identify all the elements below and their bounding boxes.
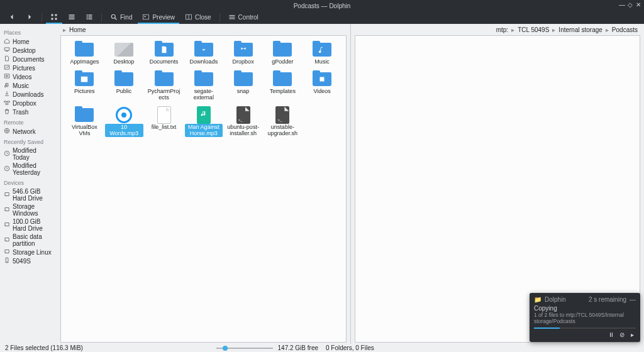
svg-rect-10 [89,16,92,18]
sidebar-item-home[interactable]: Home [4,37,53,46]
file-item[interactable]: >_ unstable-upgrader.sh [263,105,303,140]
file-item[interactable]: AppImages [65,40,104,68]
close-split-button[interactable]: Close [180,11,216,24]
left-file-view[interactable]: AppImages Desktop Documents Downloads Dr… [60,35,347,343]
sidebar-item-100-0-gib-hard-drive[interactable]: 100.0 GiB Hard Drive [4,217,53,233]
app-icon: 📁 [534,296,541,303]
sidebar-item-downloads[interactable]: Downloads [4,90,53,99]
sidebar-item-desktop[interactable]: Desktop [4,46,53,55]
collapse-icon[interactable]: — [630,296,636,303]
window-maximize-icon[interactable]: ◇ [627,1,633,8]
notif-title: Copying [534,305,636,312]
file-item[interactable]: Desktop [104,40,144,68]
trash-icon [4,108,10,116]
control-menu-button[interactable]: Control [224,11,263,24]
file-item[interactable]: gPodder [263,40,303,68]
sidebar-item-network[interactable]: Network [4,127,53,136]
file-item[interactable]: segate-external [184,69,224,104]
svg-rect-17 [229,15,235,16]
sidebar-item-basic-data-partition[interactable]: Basic data partition [4,233,53,248]
breadcrumb-segment[interactable]: Internal storage [558,26,602,33]
sidebar-item-label: Trash [13,109,28,116]
sidebar-item-label: Network [13,128,36,135]
file-item[interactable]: Music [303,40,342,68]
sidebar-item-storage-linux[interactable]: Storage Linux [4,248,53,256]
sidebar-item-dropbox[interactable]: Dropbox [4,99,53,107]
zoom-slider[interactable] [216,348,273,349]
folder-icon [194,71,214,87]
file-label: Music [313,58,331,66]
sidebar-item-trash[interactable]: Trash [4,107,53,116]
back-button[interactable] [4,11,20,24]
pause-icon[interactable]: ⏸ [608,331,614,338]
breadcrumb-segment[interactable]: Home [69,26,86,33]
sidebar-item-storage-windows[interactable]: Storage Windows [4,202,53,217]
file-item[interactable]: Man Against Horse.mp3 [184,105,224,140]
drive-icon [4,206,10,214]
file-item[interactable]: Templates [263,69,303,104]
breadcrumb-segment[interactable]: TCL 5049S [518,26,549,33]
breadcrumb-segment[interactable]: Podcasts [612,26,638,33]
folder-icon [74,41,94,58]
sidebar-item-label: Videos [13,74,31,80]
file-item[interactable]: 10 Words.mp3 [104,105,144,140]
folder-icon [272,41,292,58]
view-compact-button[interactable] [64,11,80,24]
sidebar-item-label: Modified Yesterday [13,162,53,176]
window-minimize-icon[interactable]: — [619,1,625,8]
chevron-right-icon: ▸ [63,26,66,33]
sidebar-item-modified-today[interactable]: Modified Today [4,146,53,162]
preview-button[interactable]: Preview [138,11,179,24]
view-details-button[interactable] [81,11,97,24]
clock-icon [4,150,10,158]
sidebar-item-videos[interactable]: Videos [4,72,53,81]
file-item[interactable]: Pictures [65,69,104,104]
sidebar-item-label: 546.6 GiB Hard Drive [13,188,53,202]
remote-header: Remote [4,119,53,126]
recent-header: Recently Saved [4,139,53,145]
folder-music-icon [312,41,332,58]
svg-rect-19 [229,18,235,19]
file-item[interactable]: Downloads [184,40,224,68]
file-item[interactable]: Public [104,69,144,104]
breadcrumb-segment[interactable]: mtp: [496,26,508,33]
left-breadcrumb[interactable]: ▸ Home [57,24,350,35]
sidebar-item-modified-yesterday[interactable]: Modified Yesterday [4,162,53,177]
file-item[interactable]: >_ ubuntu-post-installer.sh [223,105,263,140]
file-item[interactable]: Documents [144,40,184,68]
right-breadcrumb[interactable]: mtp:▸TCL 5049S▸Internal storage▸Podcasts [351,24,645,35]
svg-rect-0 [52,14,53,16]
file-item[interactable]: file_list.txt [144,105,184,140]
sidebar-item-pictures[interactable]: Pictures [4,63,53,72]
sidebar-item-label: Downloads [13,91,43,98]
audio-app-icon [114,107,134,123]
drive-icon [4,236,10,244]
file-item[interactable]: PycharmProjects [144,69,184,104]
control-label: Control [238,14,258,21]
svg-rect-18 [229,17,235,18]
window-close-icon[interactable]: ✕ [635,1,641,8]
audio-icon [194,107,214,123]
chevron-right-icon: ▸ [606,26,609,33]
view-icons-button[interactable] [46,11,62,24]
sidebar-item-label: Storage Linux [13,249,52,256]
stop-icon[interactable]: ⊘ [618,331,625,338]
file-item[interactable]: Dropbox [223,40,263,68]
svg-rect-4 [69,14,75,16]
next-icon[interactable]: ▸ [629,331,636,338]
file-item[interactable]: Videos [303,69,342,104]
file-item[interactable]: VirtualBox VMs [65,105,104,140]
folder-icon [114,71,134,87]
videos-icon [4,73,10,80]
sidebar-item-546-6-gib-hard-drive[interactable]: 546.6 GiB Hard Drive [4,187,53,202]
file-item[interactable]: snap [223,69,263,104]
forward-button[interactable] [21,11,38,24]
sidebar-item-5049s[interactable]: 5049S [4,256,53,265]
svg-rect-14 [143,14,149,19]
txt-icon [154,107,174,123]
music-icon [4,82,10,89]
dropbox-icon [4,99,10,107]
sidebar-item-documents[interactable]: Documents [4,55,53,63]
sidebar-item-music[interactable]: Music [4,81,53,90]
find-button[interactable]: Find [106,11,136,24]
